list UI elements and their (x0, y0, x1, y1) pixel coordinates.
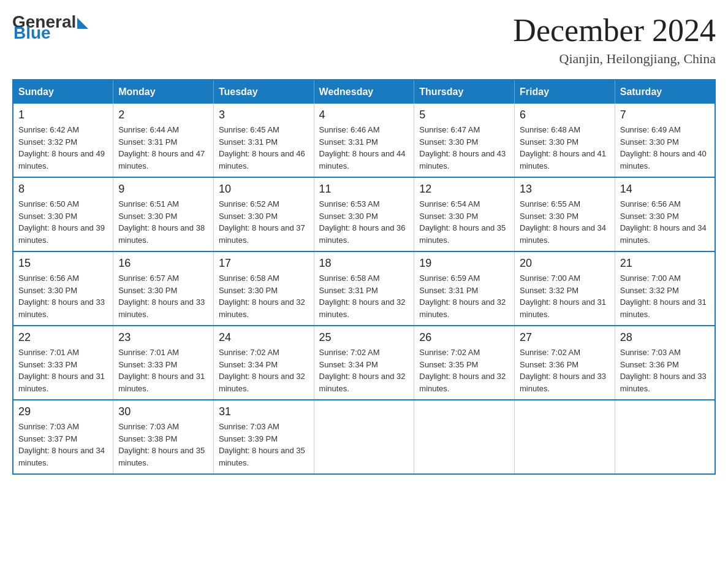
day-info: Sunrise: 7:00 AM Sunset: 3:32 PM Dayligh… (620, 272, 710, 320)
table-row: 2 Sunrise: 6:44 AM Sunset: 3:31 PM Dayli… (113, 104, 214, 177)
day-number: 27 (520, 331, 610, 344)
table-row: 30 Sunrise: 7:03 AM Sunset: 3:38 PM Dayl… (113, 400, 214, 474)
day-info: Sunrise: 7:00 AM Sunset: 3:32 PM Dayligh… (520, 272, 610, 320)
day-number: 20 (520, 257, 610, 270)
day-info: Sunrise: 6:49 AM Sunset: 3:30 PM Dayligh… (620, 124, 710, 172)
day-number: 25 (319, 331, 409, 344)
table-row: 24 Sunrise: 7:02 AM Sunset: 3:34 PM Dayl… (213, 326, 314, 400)
day-number: 16 (118, 257, 208, 270)
day-number: 22 (18, 331, 108, 344)
day-info: Sunrise: 6:51 AM Sunset: 3:30 PM Dayligh… (118, 198, 208, 246)
day-info: Sunrise: 6:48 AM Sunset: 3:30 PM Dayligh… (520, 124, 610, 172)
day-info: Sunrise: 6:45 AM Sunset: 3:31 PM Dayligh… (219, 124, 309, 172)
table-row: 19 Sunrise: 6:59 AM Sunset: 3:31 PM Dayl… (414, 251, 515, 326)
day-info: Sunrise: 6:42 AM Sunset: 3:32 PM Dayligh… (18, 124, 108, 172)
day-info: Sunrise: 6:58 AM Sunset: 3:31 PM Dayligh… (319, 272, 409, 320)
logo-triangle-icon (77, 18, 88, 29)
table-row: 13 Sunrise: 6:55 AM Sunset: 3:30 PM Dayl… (515, 177, 615, 251)
day-info: Sunrise: 6:52 AM Sunset: 3:30 PM Dayligh… (219, 198, 309, 246)
month-title: December 2024 (513, 12, 716, 48)
day-number: 28 (620, 331, 710, 344)
day-number: 24 (219, 331, 309, 344)
logo: General Blue (12, 12, 88, 43)
day-number: 7 (620, 109, 710, 121)
day-info: Sunrise: 6:57 AM Sunset: 3:30 PM Dayligh… (118, 272, 208, 320)
logo-blue-text: Blue (13, 23, 51, 43)
table-row: 11 Sunrise: 6:53 AM Sunset: 3:30 PM Dayl… (314, 177, 414, 251)
table-row: 26 Sunrise: 7:02 AM Sunset: 3:35 PM Dayl… (414, 326, 515, 400)
table-row: 9 Sunrise: 6:51 AM Sunset: 3:30 PM Dayli… (113, 177, 214, 251)
day-info: Sunrise: 7:02 AM Sunset: 3:35 PM Dayligh… (419, 347, 509, 394)
page-header: General Blue December 2024 Qianjin, Heil… (12, 12, 716, 67)
day-info: Sunrise: 7:03 AM Sunset: 3:36 PM Dayligh… (620, 347, 710, 394)
calendar-week-row: 29 Sunrise: 7:03 AM Sunset: 3:37 PM Dayl… (13, 400, 715, 474)
day-number: 4 (319, 109, 409, 121)
calendar-week-row: 15 Sunrise: 6:56 AM Sunset: 3:30 PM Dayl… (13, 251, 715, 326)
table-row: 23 Sunrise: 7:01 AM Sunset: 3:33 PM Dayl… (113, 326, 214, 400)
day-info: Sunrise: 6:59 AM Sunset: 3:31 PM Dayligh… (419, 272, 509, 320)
day-number: 21 (620, 257, 710, 270)
header-sunday: Sunday (13, 80, 113, 104)
table-row: 4 Sunrise: 6:46 AM Sunset: 3:31 PM Dayli… (314, 104, 414, 177)
day-number: 29 (18, 405, 108, 418)
calendar-week-row: 1 Sunrise: 6:42 AM Sunset: 3:32 PM Dayli… (13, 104, 715, 177)
day-info: Sunrise: 6:58 AM Sunset: 3:30 PM Dayligh… (219, 272, 309, 320)
header-friday: Friday (515, 80, 615, 104)
table-row: 21 Sunrise: 7:00 AM Sunset: 3:32 PM Dayl… (615, 251, 715, 326)
day-number: 12 (419, 183, 509, 196)
calendar-header-row: Sunday Monday Tuesday Wednesday Thursday… (13, 80, 715, 104)
table-row: 20 Sunrise: 7:00 AM Sunset: 3:32 PM Dayl… (515, 251, 615, 326)
calendar-table: Sunday Monday Tuesday Wednesday Thursday… (12, 79, 716, 475)
calendar-week-row: 8 Sunrise: 6:50 AM Sunset: 3:30 PM Dayli… (13, 177, 715, 251)
table-row: 1 Sunrise: 6:42 AM Sunset: 3:32 PM Dayli… (13, 104, 113, 177)
title-area: December 2024 Qianjin, Heilongjiang, Chi… (513, 12, 716, 67)
day-info: Sunrise: 7:02 AM Sunset: 3:34 PM Dayligh… (219, 347, 309, 394)
table-row: 27 Sunrise: 7:02 AM Sunset: 3:36 PM Dayl… (515, 326, 615, 400)
table-row: 7 Sunrise: 6:49 AM Sunset: 3:30 PM Dayli… (615, 104, 715, 177)
table-row: 28 Sunrise: 7:03 AM Sunset: 3:36 PM Dayl… (615, 326, 715, 400)
day-number: 31 (219, 405, 309, 418)
table-row: 25 Sunrise: 7:02 AM Sunset: 3:34 PM Dayl… (314, 326, 414, 400)
day-number: 10 (219, 183, 309, 196)
table-row: 3 Sunrise: 6:45 AM Sunset: 3:31 PM Dayli… (213, 104, 314, 177)
day-info: Sunrise: 6:47 AM Sunset: 3:30 PM Dayligh… (419, 124, 509, 172)
day-number: 19 (419, 257, 509, 270)
day-number: 11 (319, 183, 409, 196)
day-info: Sunrise: 6:55 AM Sunset: 3:30 PM Dayligh… (520, 198, 610, 246)
table-row: 31 Sunrise: 7:03 AM Sunset: 3:39 PM Dayl… (213, 400, 314, 474)
header-monday: Monday (113, 80, 214, 104)
table-row (515, 400, 615, 474)
day-info: Sunrise: 6:46 AM Sunset: 3:31 PM Dayligh… (319, 124, 409, 172)
table-row (615, 400, 715, 474)
table-row: 29 Sunrise: 7:03 AM Sunset: 3:37 PM Dayl… (13, 400, 113, 474)
day-number: 6 (520, 109, 610, 121)
day-number: 18 (319, 257, 409, 270)
day-info: Sunrise: 6:53 AM Sunset: 3:30 PM Dayligh… (319, 198, 409, 246)
day-number: 15 (18, 257, 108, 270)
day-info: Sunrise: 6:50 AM Sunset: 3:30 PM Dayligh… (18, 198, 108, 246)
day-number: 3 (219, 109, 309, 121)
day-number: 14 (620, 183, 710, 196)
day-number: 5 (419, 109, 509, 121)
day-number: 2 (118, 109, 208, 121)
day-number: 8 (18, 183, 108, 196)
day-info: Sunrise: 7:03 AM Sunset: 3:37 PM Dayligh… (18, 421, 108, 469)
day-info: Sunrise: 7:02 AM Sunset: 3:36 PM Dayligh… (520, 347, 610, 394)
header-tuesday: Tuesday (213, 80, 314, 104)
day-info: Sunrise: 7:03 AM Sunset: 3:38 PM Dayligh… (118, 421, 208, 469)
table-row: 8 Sunrise: 6:50 AM Sunset: 3:30 PM Dayli… (13, 177, 113, 251)
header-wednesday: Wednesday (314, 80, 414, 104)
day-info: Sunrise: 7:01 AM Sunset: 3:33 PM Dayligh… (118, 347, 208, 394)
day-info: Sunrise: 6:56 AM Sunset: 3:30 PM Dayligh… (620, 198, 710, 246)
table-row: 10 Sunrise: 6:52 AM Sunset: 3:30 PM Dayl… (213, 177, 314, 251)
day-number: 13 (520, 183, 610, 196)
table-row: 18 Sunrise: 6:58 AM Sunset: 3:31 PM Dayl… (314, 251, 414, 326)
day-info: Sunrise: 7:01 AM Sunset: 3:33 PM Dayligh… (18, 347, 108, 394)
day-info: Sunrise: 6:44 AM Sunset: 3:31 PM Dayligh… (118, 124, 208, 172)
table-row: 15 Sunrise: 6:56 AM Sunset: 3:30 PM Dayl… (13, 251, 113, 326)
day-number: 9 (118, 183, 208, 196)
table-row: 16 Sunrise: 6:57 AM Sunset: 3:30 PM Dayl… (113, 251, 214, 326)
day-number: 26 (419, 331, 509, 344)
table-row (314, 400, 414, 474)
header-thursday: Thursday (414, 80, 515, 104)
